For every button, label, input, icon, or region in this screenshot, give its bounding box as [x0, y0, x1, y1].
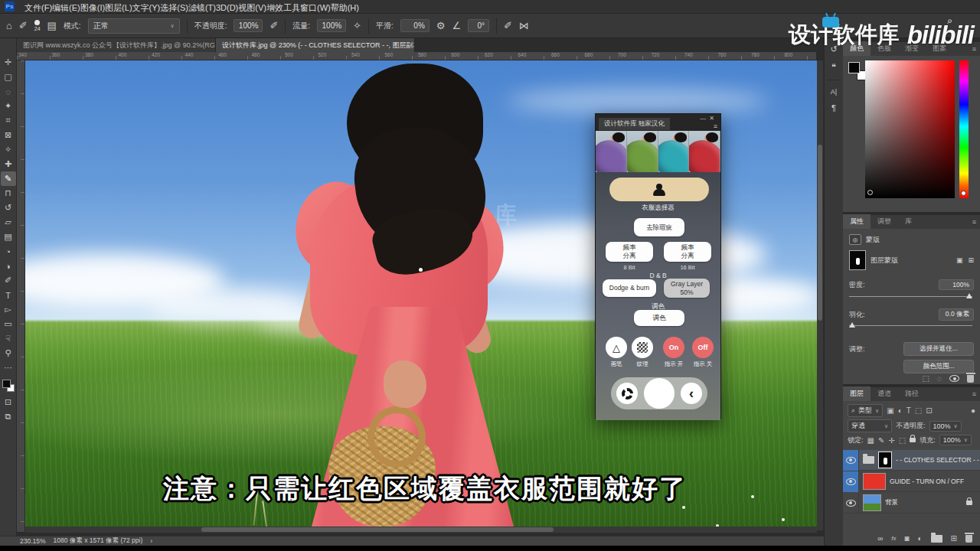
tab-channels[interactable]: 通道 — [871, 386, 898, 401]
fill-value[interactable]: 100% ∨ — [939, 435, 972, 445]
filter-smartobject-icon[interactable]: ⊡ — [926, 406, 932, 415]
feather-slider[interactable] — [849, 325, 972, 326]
filter-toggle-icon[interactable]: ● — [971, 406, 975, 415]
tool-button[interactable]: ▭ — [1, 317, 16, 331]
brush-angle-value[interactable]: 0° — [468, 19, 489, 32]
tool-button[interactable]: ▱ — [1, 215, 16, 230]
panel-menu-icon[interactable]: ≡ — [972, 390, 976, 398]
menu-item[interactable]: 3D(D) — [216, 3, 238, 12]
brush-tool-icon[interactable]: ✐ — [19, 20, 28, 31]
settings-circle-button[interactable] — [616, 383, 638, 404]
adjustment-layer-icon[interactable]: ◐ — [918, 534, 923, 543]
screen-mode-button[interactable]: ⧉ — [1, 409, 16, 424]
hue-slider[interactable] — [959, 60, 969, 198]
menu-item[interactable]: 视图(V) — [238, 3, 266, 12]
gray-layer-button[interactable]: Gray Layer50% — [664, 279, 710, 298]
remove-blemish-button[interactable]: 去除瑕疵 — [634, 218, 684, 236]
menu-item[interactable]: 选择(S) — [160, 3, 188, 12]
tool-button[interactable]: ⚲ — [1, 346, 16, 360]
link-layers-icon[interactable]: ∞ — [877, 534, 883, 543]
layer-opacity-value[interactable]: 100% ∨ — [929, 421, 962, 432]
feather-value[interactable]: 0.0 像素 — [939, 308, 974, 321]
panel-title-bar[interactable]: 设计软件库 独家汉化 —✕ ≡ — [596, 114, 720, 131]
menu-item[interactable]: 增效工具 — [266, 3, 300, 12]
new-group-icon[interactable] — [931, 535, 942, 543]
tab-adjustments[interactable]: 调整 — [871, 214, 898, 229]
tool-button[interactable]: ▤ — [1, 230, 16, 244]
tool-button[interactable]: ⊓ — [1, 186, 16, 201]
layer-row-background[interactable]: 背景 — [843, 493, 980, 514]
document-tab[interactable]: 设计软件库.jpg @ 230% (- - CLOTHES SELECTOR -… — [216, 38, 415, 52]
menu-item[interactable]: 滤镜(T) — [188, 3, 216, 12]
freq-separation-8bit-button[interactable]: 频率分离 — [606, 242, 653, 262]
select-mask-icon[interactable]: ▣ — [956, 256, 963, 264]
lock-all-icon[interactable] — [910, 438, 916, 442]
layer-row-clothes-selector[interactable]: - - CLOTHES SELECTOR - - — [843, 450, 980, 471]
menu-item[interactable]: 图像(I) — [80, 3, 105, 12]
pressure-opacity-icon[interactable]: ✐ — [270, 20, 278, 31]
add-vector-mask-icon[interactable]: ⊞ — [968, 256, 974, 264]
menu-item[interactable]: 编辑(E) — [52, 3, 80, 12]
new-layer-icon[interactable]: ⊞ — [951, 534, 957, 543]
tool-button[interactable]: ✛ — [1, 55, 16, 70]
panel-toggle-icon[interactable]: ▤ — [47, 20, 57, 31]
smoothing-value[interactable]: 0% — [400, 19, 430, 32]
filter-shape-icon[interactable]: ⬚ — [915, 406, 922, 415]
panel-menu-icon[interactable]: ≡ — [714, 122, 717, 130]
freq-separation-16bit-button[interactable]: 频率分离 — [664, 242, 711, 262]
zoom-level[interactable]: 230.15% — [20, 537, 46, 545]
dress-preview[interactable] — [627, 131, 658, 172]
dress-preview[interactable] — [596, 131, 627, 172]
tool-button[interactable]: ✚ — [1, 157, 16, 171]
tool-button[interactable]: ⌗ — [1, 113, 16, 128]
guide-off-button[interactable]: Off — [692, 337, 714, 358]
horizontal-scrollbar[interactable] — [25, 527, 817, 533]
foreground-background-swatches[interactable] — [2, 380, 15, 392]
pressure-size-icon[interactable]: ✐ — [504, 20, 512, 31]
filter-type-icon[interactable]: T — [906, 406, 911, 415]
opacity-value[interactable]: 100% — [234, 19, 263, 32]
vertical-scrollbar[interactable] — [817, 60, 823, 530]
dress-preview[interactable] — [658, 131, 690, 172]
color-range-button[interactable]: 颜色范围... — [903, 360, 974, 373]
menu-item[interactable]: 帮助(H) — [331, 3, 359, 12]
color-swatches[interactable] — [848, 62, 867, 80]
filter-adjustment-icon[interactable]: ◐ — [898, 406, 903, 415]
blend-mode-select[interactable]: 穿透 ∨ — [848, 419, 892, 432]
group-mask-thumbnail[interactable] — [878, 452, 892, 468]
tool-button[interactable]: ⊠ — [1, 128, 16, 142]
guide-layer-thumbnail[interactable] — [863, 473, 886, 490]
menu-item[interactable]: 窗口(W) — [300, 3, 331, 12]
quick-mask-button[interactable]: ⊡ — [1, 395, 16, 409]
mask-link-icon[interactable]: ◌ — [937, 374, 942, 383]
lock-move-icon[interactable]: ✛ — [888, 436, 894, 445]
document-tab[interactable]: 图识网 www.wszyk.co 公众号【设计软件库】.jpg @ 90.2%(… — [17, 38, 216, 52]
layer-style-icon[interactable]: fx — [891, 535, 896, 542]
minimize-icon[interactable]: — — [700, 115, 709, 122]
blend-mode-select[interactable]: 正常∨ — [88, 18, 180, 34]
tool-button[interactable]: ▢ — [1, 70, 16, 84]
tab-properties[interactable]: 属性 — [843, 214, 871, 229]
hue-marker[interactable] — [961, 191, 966, 196]
tool-button[interactable]: ▻ — [1, 302, 16, 317]
main-circle-button[interactable] — [644, 378, 675, 409]
foreground-color-swatch[interactable] — [2, 380, 11, 388]
airbrush-icon[interactable]: ✧ — [353, 20, 361, 31]
tint-button[interactable]: 调色 — [634, 310, 684, 326]
brush-preset-picker[interactable]: 24 — [34, 20, 41, 31]
paragraph-panel-icon[interactable]: ¶ — [831, 103, 836, 112]
background-layer-thumbnail[interactable] — [863, 494, 881, 511]
panel-menu-icon[interactable]: ≡ — [972, 218, 976, 226]
status-arrow-icon[interactable]: › — [150, 537, 152, 545]
tab-layers[interactable]: 图层 — [843, 386, 871, 401]
back-circle-button[interactable]: ‹ — [681, 383, 702, 404]
lock-paint-icon[interactable]: ✎ — [878, 436, 884, 445]
tab-libraries[interactable]: 库 — [898, 214, 919, 229]
layer-mask-thumbnail[interactable] — [849, 250, 866, 270]
visibility-toggle[interactable] — [843, 450, 859, 471]
density-slider[interactable] — [849, 296, 972, 297]
tool-button[interactable]: ◌ — [1, 84, 16, 99]
select-and-mask-button[interactable]: 选择并遮住... — [903, 342, 974, 356]
layer-row-guide[interactable]: GUIDE - TURN ON / OFF — [843, 471, 980, 492]
mask-border-icon[interactable]: ⬚ — [923, 374, 929, 383]
